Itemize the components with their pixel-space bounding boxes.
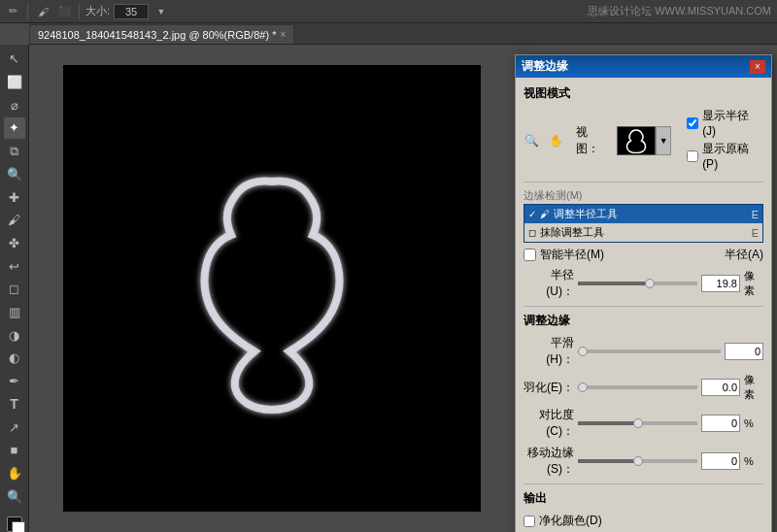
tool-dropdown-container: 边缘检测(M) ✓ 🖌 调整半径工具 E ◻ 抹除调整工具 E <box>524 188 763 300</box>
output-section: 输出 净化颜色(D) 数量(M)： % 输出到(O)： <box>524 490 763 532</box>
shift-edge-thumb[interactable] <box>633 456 643 466</box>
view-mode-zoom-icon[interactable]: 🔍 <box>524 132 540 150</box>
show-radius-checkbox[interactable] <box>687 117 698 129</box>
hand-tool[interactable]: ✋ <box>4 463 25 484</box>
radius-input[interactable] <box>701 275 740 292</box>
text-tool[interactable]: T <box>4 394 25 416</box>
magic-wand-tool[interactable]: ✦ <box>4 117 25 139</box>
show-original-label: 显示原稿 (P) <box>702 141 763 171</box>
shape-tool[interactable]: ■ <box>4 440 25 461</box>
clone-tool[interactable]: ✤ <box>4 233 25 254</box>
radius-label: 半径(U)： <box>524 267 574 300</box>
view-mode-section: 视图模式 🔍 ✋ 视图： ▼ <box>524 85 763 174</box>
show-radius-row: 显示半径 (J) <box>687 108 763 138</box>
divider-3 <box>524 483 763 484</box>
shift-edge-unit: % <box>744 455 763 467</box>
feather-input[interactable] <box>701 379 740 396</box>
lasso-tool[interactable]: ⌀ <box>4 94 25 116</box>
move-tool[interactable]: ↖ <box>4 49 25 70</box>
smart-radius-label: 智能半径(M) <box>540 247 604 263</box>
brush-tool2-icon[interactable]: ⬛ <box>55 3 73 20</box>
view-thumbnail[interactable] <box>617 126 656 155</box>
eraser-small-icon: ◻ <box>528 227 536 238</box>
adjust-edge-title: 调整边缘 <box>524 313 763 329</box>
contrast-input[interactable] <box>701 415 740 432</box>
decontaminate-row: 净化颜色(D) <box>524 513 763 529</box>
edge-detect-label-small: 边缘检测(M) <box>524 188 763 203</box>
tab-filename: 9248108_184041548143_2.jpg @ 80%(RGB/8#)… <box>38 29 276 41</box>
canvas-image <box>63 65 481 512</box>
brush-small-icon: 🖌 <box>540 209 550 219</box>
contrast-fill <box>578 421 638 425</box>
smooth-input[interactable] <box>725 343 763 360</box>
pen-tool[interactable]: ✒ <box>4 371 25 392</box>
path-select-tool[interactable]: ↗ <box>4 416 25 438</box>
shift-edge-input[interactable] <box>701 452 740 470</box>
show-original-row: 显示原稿 (P) <box>687 141 763 171</box>
smooth-row: 平滑(H)： <box>524 335 763 368</box>
brush-tool[interactable]: 🖌 <box>4 210 25 231</box>
size-label: 大小: <box>85 4 110 18</box>
pencil-icon[interactable]: ✏ <box>4 3 21 20</box>
show-original-checkbox[interactable] <box>687 150 698 162</box>
blur-tool[interactable]: ◑ <box>4 324 25 346</box>
shift-edge-row: 移动边缘(S)： % <box>524 445 763 478</box>
adjust-edge-section: 调整边缘 平滑(H)： 羽化(E)： <box>524 313 763 478</box>
brush-tool-icon[interactable]: 🖌 <box>34 3 51 20</box>
feather-slider[interactable] <box>578 385 697 389</box>
canvas-area <box>29 45 515 532</box>
feather-thumb[interactable] <box>578 382 588 392</box>
zoom-tool[interactable]: 🔍 <box>4 485 25 507</box>
smooth-label: 平滑(H)： <box>524 335 574 368</box>
view-thumbnail-dropdown[interactable]: ▼ <box>656 126 671 155</box>
adjust-edge-dialog: 调整边缘 × 视图模式 🔍 ✋ 视图： <box>515 54 772 532</box>
radius-unit: 像素 <box>744 269 763 298</box>
pear-shape <box>175 152 369 424</box>
contrast-thumb[interactable] <box>633 418 643 428</box>
smooth-thumb[interactable] <box>578 347 588 356</box>
shift-edge-fill <box>578 459 638 463</box>
size-input[interactable] <box>114 4 149 19</box>
view-mode-title: 视图模式 <box>524 85 763 102</box>
shift-edge-slider[interactable] <box>578 459 697 463</box>
tab-close-icon[interactable]: × <box>280 29 286 40</box>
contrast-unit: % <box>744 417 763 429</box>
contrast-label: 对比度(C)： <box>524 407 574 440</box>
divider-2 <box>524 306 763 307</box>
erase-adjust-tool-item[interactable]: ◻ 抹除调整工具 E <box>524 223 762 242</box>
thumbnail-pear-icon <box>625 128 647 153</box>
show-radius-label: 显示半径 (J) <box>702 108 763 138</box>
decontaminate-checkbox[interactable] <box>524 515 535 527</box>
shift-edge-label: 移动边缘(S)： <box>524 445 574 478</box>
gradient-tool[interactable]: ▥ <box>4 302 25 323</box>
checkboxes-col: 显示半径 (J) 显示原稿 (P) <box>687 108 763 174</box>
divider-1 <box>524 182 763 183</box>
history-brush-tool[interactable]: ↩ <box>4 255 25 277</box>
crop-tool[interactable]: ⧉ <box>4 141 25 162</box>
dodge-tool[interactable]: ◐ <box>4 348 25 369</box>
adjust-radius-tool-item[interactable]: ✓ 🖌 调整半径工具 E <box>524 205 762 223</box>
decontaminate-label: 净化颜色(D) <box>539 513 602 529</box>
healing-tool[interactable]: ✚ <box>4 186 25 208</box>
dialog-title: 调整边缘 <box>522 58 568 75</box>
checkmark-icon: ✓ <box>528 209 536 219</box>
right-panel: 调整边缘 × 视图模式 🔍 ✋ 视图： <box>515 45 777 532</box>
tool-dropdown[interactable]: ✓ 🖌 调整半径工具 E ◻ 抹除调整工具 E <box>524 204 763 243</box>
active-tab[interactable]: 9248108_184041548143_2.jpg @ 80%(RGB/8#)… <box>29 24 294 44</box>
eraser-tool[interactable]: ◻ <box>4 279 25 300</box>
radius-slider[interactable] <box>578 282 697 285</box>
radius-slider-thumb[interactable] <box>645 279 655 288</box>
select-rect-tool[interactable]: ⬜ <box>4 72 25 93</box>
erase-adjust-shortcut: E <box>752 227 759 239</box>
view-mode-hand-icon[interactable]: ✋ <box>548 132 564 150</box>
foreground-color[interactable] <box>7 516 22 532</box>
size-dropdown-icon[interactable]: ▼ <box>152 3 170 20</box>
eyedropper-tool[interactable]: 🔍 <box>4 164 25 185</box>
contrast-row: 对比度(C)： % <box>524 407 763 440</box>
smooth-slider[interactable] <box>578 349 721 353</box>
dialog-close-button[interactable]: × <box>750 60 765 74</box>
contrast-slider[interactable] <box>578 421 697 425</box>
smart-radius-checkbox[interactable] <box>524 249 536 261</box>
feather-label: 羽化(E)： <box>524 380 574 396</box>
view-row: 🔍 ✋ 视图： ▼ <box>524 108 763 174</box>
